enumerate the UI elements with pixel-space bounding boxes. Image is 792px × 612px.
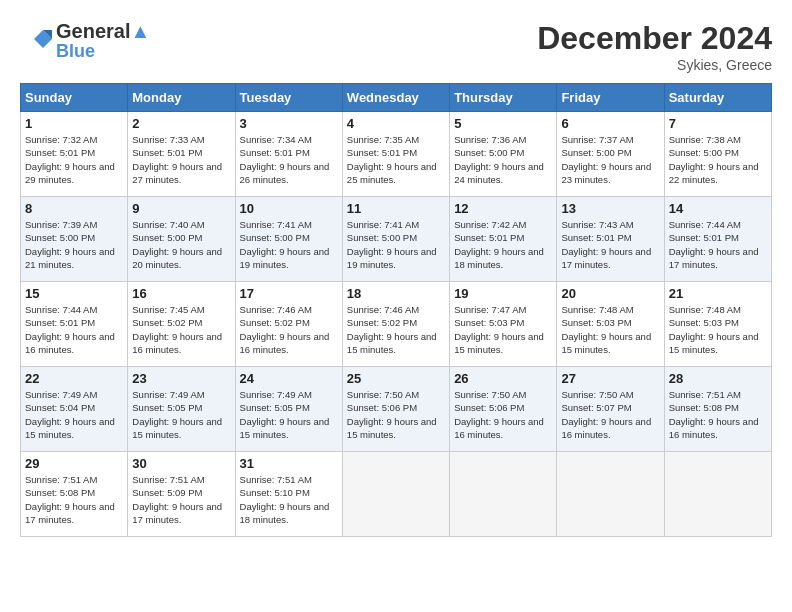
day-info: Sunrise: 7:49 AMSunset: 5:04 PMDaylight:… [25,388,123,441]
page-header: General▲ Blue December 2024 Sykies, Gree… [20,20,772,73]
day-info: Sunrise: 7:51 AMSunset: 5:09 PMDaylight:… [132,473,230,526]
day-info: Sunrise: 7:37 AMSunset: 5:00 PMDaylight:… [561,133,659,186]
logo-icon [22,24,52,54]
day-info: Sunrise: 7:42 AMSunset: 5:01 PMDaylight:… [454,218,552,271]
calendar-cell: 14Sunrise: 7:44 AMSunset: 5:01 PMDayligh… [664,197,771,282]
calendar-cell: 10Sunrise: 7:41 AMSunset: 5:00 PMDayligh… [235,197,342,282]
day-number: 10 [240,201,338,216]
calendar-week-row: 29Sunrise: 7:51 AMSunset: 5:08 PMDayligh… [21,452,772,537]
day-number: 22 [25,371,123,386]
day-number: 14 [669,201,767,216]
day-info: Sunrise: 7:39 AMSunset: 5:00 PMDaylight:… [25,218,123,271]
day-info: Sunrise: 7:38 AMSunset: 5:00 PMDaylight:… [669,133,767,186]
day-info: Sunrise: 7:36 AMSunset: 5:00 PMDaylight:… [454,133,552,186]
calendar-week-row: 1Sunrise: 7:32 AMSunset: 5:01 PMDaylight… [21,112,772,197]
day-number: 5 [454,116,552,131]
calendar-week-row: 22Sunrise: 7:49 AMSunset: 5:04 PMDayligh… [21,367,772,452]
day-info: Sunrise: 7:40 AMSunset: 5:00 PMDaylight:… [132,218,230,271]
day-number: 18 [347,286,445,301]
calendar-header-friday: Friday [557,84,664,112]
logo: General▲ Blue [20,20,150,62]
calendar-header-saturday: Saturday [664,84,771,112]
day-info: Sunrise: 7:41 AMSunset: 5:00 PMDaylight:… [347,218,445,271]
day-number: 20 [561,286,659,301]
day-number: 25 [347,371,445,386]
day-info: Sunrise: 7:50 AMSunset: 5:06 PMDaylight:… [454,388,552,441]
day-info: Sunrise: 7:34 AMSunset: 5:01 PMDaylight:… [240,133,338,186]
calendar-cell: 17Sunrise: 7:46 AMSunset: 5:02 PMDayligh… [235,282,342,367]
calendar-cell: 28Sunrise: 7:51 AMSunset: 5:08 PMDayligh… [664,367,771,452]
day-info: Sunrise: 7:44 AMSunset: 5:01 PMDaylight:… [669,218,767,271]
day-number: 7 [669,116,767,131]
day-info: Sunrise: 7:51 AMSunset: 5:08 PMDaylight:… [25,473,123,526]
calendar-cell: 13Sunrise: 7:43 AMSunset: 5:01 PMDayligh… [557,197,664,282]
day-number: 16 [132,286,230,301]
day-info: Sunrise: 7:48 AMSunset: 5:03 PMDaylight:… [669,303,767,356]
day-number: 12 [454,201,552,216]
calendar-cell: 23Sunrise: 7:49 AMSunset: 5:05 PMDayligh… [128,367,235,452]
day-number: 27 [561,371,659,386]
calendar-cell: 31Sunrise: 7:51 AMSunset: 5:10 PMDayligh… [235,452,342,537]
day-info: Sunrise: 7:50 AMSunset: 5:07 PMDaylight:… [561,388,659,441]
day-number: 15 [25,286,123,301]
day-number: 30 [132,456,230,471]
day-info: Sunrise: 7:41 AMSunset: 5:00 PMDaylight:… [240,218,338,271]
calendar-cell: 12Sunrise: 7:42 AMSunset: 5:01 PMDayligh… [450,197,557,282]
calendar-cell: 3Sunrise: 7:34 AMSunset: 5:01 PMDaylight… [235,112,342,197]
day-info: Sunrise: 7:50 AMSunset: 5:06 PMDaylight:… [347,388,445,441]
day-number: 2 [132,116,230,131]
calendar-week-row: 15Sunrise: 7:44 AMSunset: 5:01 PMDayligh… [21,282,772,367]
day-info: Sunrise: 7:47 AMSunset: 5:03 PMDaylight:… [454,303,552,356]
calendar-cell [557,452,664,537]
calendar-header-tuesday: Tuesday [235,84,342,112]
day-number: 13 [561,201,659,216]
day-number: 4 [347,116,445,131]
logo-text-line2: Blue [56,42,150,62]
calendar-week-row: 8Sunrise: 7:39 AMSunset: 5:00 PMDaylight… [21,197,772,282]
calendar-cell: 16Sunrise: 7:45 AMSunset: 5:02 PMDayligh… [128,282,235,367]
day-info: Sunrise: 7:46 AMSunset: 5:02 PMDaylight:… [240,303,338,356]
day-number: 3 [240,116,338,131]
calendar-cell: 22Sunrise: 7:49 AMSunset: 5:04 PMDayligh… [21,367,128,452]
calendar-cell: 8Sunrise: 7:39 AMSunset: 5:00 PMDaylight… [21,197,128,282]
day-info: Sunrise: 7:51 AMSunset: 5:10 PMDaylight:… [240,473,338,526]
logo-text-line1: General▲ [56,20,150,42]
calendar-header-thursday: Thursday [450,84,557,112]
calendar-cell [450,452,557,537]
calendar-table: SundayMondayTuesdayWednesdayThursdayFrid… [20,83,772,537]
calendar-cell: 18Sunrise: 7:46 AMSunset: 5:02 PMDayligh… [342,282,449,367]
day-number: 28 [669,371,767,386]
calendar-cell: 11Sunrise: 7:41 AMSunset: 5:00 PMDayligh… [342,197,449,282]
title-block: December 2024 Sykies, Greece [537,20,772,73]
day-info: Sunrise: 7:46 AMSunset: 5:02 PMDaylight:… [347,303,445,356]
calendar-cell: 5Sunrise: 7:36 AMSunset: 5:00 PMDaylight… [450,112,557,197]
day-info: Sunrise: 7:33 AMSunset: 5:01 PMDaylight:… [132,133,230,186]
calendar-cell: 6Sunrise: 7:37 AMSunset: 5:00 PMDaylight… [557,112,664,197]
calendar-cell: 25Sunrise: 7:50 AMSunset: 5:06 PMDayligh… [342,367,449,452]
calendar-cell: 15Sunrise: 7:44 AMSunset: 5:01 PMDayligh… [21,282,128,367]
calendar-cell: 27Sunrise: 7:50 AMSunset: 5:07 PMDayligh… [557,367,664,452]
day-number: 11 [347,201,445,216]
calendar-cell: 30Sunrise: 7:51 AMSunset: 5:09 PMDayligh… [128,452,235,537]
calendar-cell: 20Sunrise: 7:48 AMSunset: 5:03 PMDayligh… [557,282,664,367]
calendar-cell [342,452,449,537]
day-number: 21 [669,286,767,301]
calendar-cell: 7Sunrise: 7:38 AMSunset: 5:00 PMDaylight… [664,112,771,197]
day-info: Sunrise: 7:48 AMSunset: 5:03 PMDaylight:… [561,303,659,356]
calendar-cell: 29Sunrise: 7:51 AMSunset: 5:08 PMDayligh… [21,452,128,537]
day-info: Sunrise: 7:49 AMSunset: 5:05 PMDaylight:… [240,388,338,441]
calendar-body: 1Sunrise: 7:32 AMSunset: 5:01 PMDaylight… [21,112,772,537]
day-number: 19 [454,286,552,301]
calendar-header-sunday: Sunday [21,84,128,112]
calendar-header-monday: Monday [128,84,235,112]
calendar-header-row: SundayMondayTuesdayWednesdayThursdayFrid… [21,84,772,112]
day-number: 26 [454,371,552,386]
calendar-cell: 4Sunrise: 7:35 AMSunset: 5:01 PMDaylight… [342,112,449,197]
month-year: December 2024 [537,20,772,57]
calendar-cell [664,452,771,537]
calendar-cell: 19Sunrise: 7:47 AMSunset: 5:03 PMDayligh… [450,282,557,367]
day-number: 29 [25,456,123,471]
day-number: 1 [25,116,123,131]
calendar-header-wednesday: Wednesday [342,84,449,112]
calendar-cell: 1Sunrise: 7:32 AMSunset: 5:01 PMDaylight… [21,112,128,197]
